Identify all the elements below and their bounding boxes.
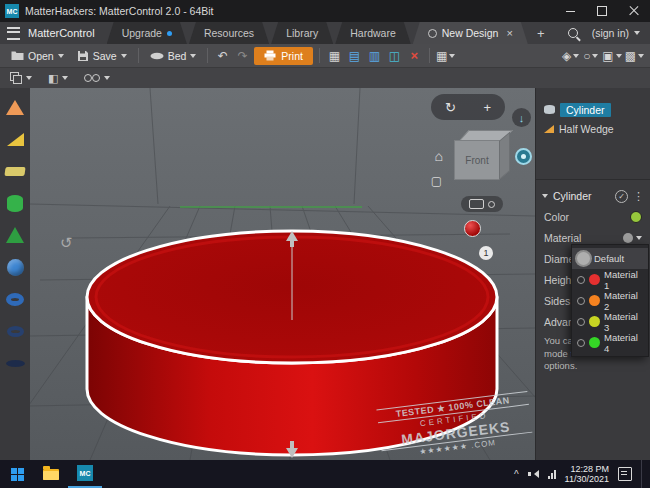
material-option-label: Default: [594, 253, 624, 264]
material-preview-ball[interactable]: [464, 220, 481, 237]
start-button[interactable]: [0, 460, 34, 488]
bed-visibility-toggle[interactable]: [461, 196, 503, 212]
material-popup: Default Material 1 Material 2 Material 3: [571, 244, 649, 357]
primitive-sphere[interactable]: [3, 257, 27, 277]
tray-expand-icon[interactable]: ^: [514, 469, 519, 480]
search-icon[interactable]: [568, 28, 578, 38]
taskbar-clock[interactable]: 12:28 PM 11/30/2021: [565, 464, 609, 485]
chevron-down-icon: [104, 76, 110, 80]
view-cube[interactable]: Front: [453, 128, 509, 182]
open-label: Open: [28, 50, 54, 62]
volume-icon[interactable]: [528, 469, 539, 480]
delete-button[interactable]: ×: [406, 47, 423, 65]
tab-new-design[interactable]: New Design ×: [413, 22, 528, 44]
primitive-base[interactable]: [3, 353, 27, 373]
hatch-icon: ▩: [625, 49, 636, 63]
cube-icon: ◈: [562, 49, 571, 63]
group-icon: ◫: [389, 49, 400, 63]
show-desktop-button[interactable]: [641, 460, 646, 488]
view-cube-right-face[interactable]: [499, 132, 510, 180]
file-explorer-button[interactable]: [34, 460, 68, 488]
material-option-2[interactable]: Material 2: [572, 290, 648, 311]
primitive-cone[interactable]: [3, 225, 27, 245]
open-button[interactable]: Open: [6, 48, 69, 64]
tab-close-icon[interactable]: ×: [506, 28, 512, 39]
sign-in-button[interactable]: (sign in): [592, 27, 640, 39]
material-dropdown[interactable]: [623, 233, 642, 243]
3d-viewport[interactable]: ↺ ↻ + ↓ Front ⌂ ▢ 1 TESTED ★ 100% CLEAN …: [30, 88, 535, 460]
turntable-icon[interactable]: ↻: [445, 100, 456, 115]
maximize-button[interactable]: [586, 0, 618, 22]
undo-button[interactable]: ↶: [214, 47, 231, 65]
folder-icon: [43, 469, 59, 480]
apply-check-icon[interactable]: ✓: [615, 190, 628, 203]
bed-icon: [469, 199, 484, 209]
arrange-dropdown[interactable]: [10, 72, 32, 84]
main-menu-button[interactable]: [0, 27, 26, 40]
align-button[interactable]: ▤: [346, 47, 363, 65]
primitives-dropdown[interactable]: ◈: [562, 47, 579, 65]
print-button[interactable]: Print: [254, 47, 313, 65]
tab-hardware-label: Hardware: [350, 27, 396, 39]
bed-button[interactable]: Bed: [145, 48, 202, 64]
array-button[interactable]: ▦: [326, 47, 343, 65]
material-option-1[interactable]: Material 1: [572, 269, 648, 290]
modifiers-dropdown[interactable]: ○: [582, 47, 599, 65]
clock-time: 12:28 PM: [565, 464, 609, 475]
chevron-down-icon: [190, 54, 196, 58]
tab-resources[interactable]: Resources: [189, 22, 269, 44]
link-dropdown[interactable]: [84, 74, 110, 83]
app-window: MC MatterHackers: MatterControl 2.0 - 64…: [0, 0, 650, 488]
tab-upgrade[interactable]: Upgrade: [107, 22, 187, 44]
primitive-half-wedge[interactable]: [3, 129, 27, 149]
material-option-default[interactable]: Default: [572, 248, 648, 269]
minimize-button[interactable]: [554, 0, 586, 22]
material-option-label: Material 2: [604, 290, 643, 312]
tab-hardware[interactable]: Hardware: [335, 22, 411, 44]
orbit-controls[interactable]: ↻ +: [431, 94, 505, 120]
zoom-in-icon[interactable]: +: [484, 100, 492, 115]
height-label: Height: [544, 274, 574, 286]
color-swatch[interactable]: [630, 211, 642, 223]
download-view-button[interactable]: ↓: [512, 108, 531, 127]
grid-icon: ▦: [436, 49, 447, 63]
view-options-dropdown[interactable]: ▩: [625, 47, 644, 65]
rotate-handle-icon[interactable]: ↺: [60, 234, 73, 252]
layout-dropdown[interactable]: ▦: [436, 47, 455, 65]
toolbar-separator: [319, 48, 320, 63]
close-button[interactable]: [618, 0, 650, 22]
tree-item-cylinder[interactable]: Cylinder: [544, 100, 650, 119]
mattercontrol-taskbar-button[interactable]: MC: [68, 460, 102, 488]
chevron-down-icon: [638, 54, 644, 58]
fullscreen-button[interactable]: ▢: [431, 174, 442, 188]
primitive-torus[interactable]: [3, 289, 27, 309]
primitive-pyramid[interactable]: [3, 97, 27, 117]
hamburger-icon: [7, 27, 20, 40]
network-icon[interactable]: [548, 470, 556, 479]
save-button[interactable]: Save: [72, 48, 132, 64]
visibility-button[interactable]: [515, 148, 532, 165]
distribute-button[interactable]: ▥: [366, 47, 383, 65]
tab-library[interactable]: Library: [271, 22, 333, 44]
primitive-ring[interactable]: [3, 321, 27, 341]
part-icon: [428, 29, 437, 38]
collapse-caret-icon[interactable]: [542, 194, 548, 198]
overflow-menu-icon[interactable]: ⋮: [633, 190, 644, 203]
tree-item-half-wedge[interactable]: Half Wedge: [544, 119, 650, 138]
grid-icon: ▦: [329, 49, 340, 63]
combine-dropdown[interactable]: ◧: [48, 72, 68, 85]
right-panel: Cylinder Half Wedge Cylinder ✓ ⋮ Color M…: [535, 88, 650, 460]
material-option-4[interactable]: Material 4: [572, 332, 648, 353]
print-label: Print: [281, 50, 303, 62]
redo-icon: ↷: [238, 49, 248, 63]
primitive-text[interactable]: [3, 161, 27, 181]
primitive-cylinder[interactable]: [3, 193, 27, 213]
redo-button[interactable]: ↷: [234, 47, 251, 65]
new-tab-button[interactable]: +: [530, 26, 552, 41]
home-view-button[interactable]: ⌂: [435, 148, 443, 164]
tools-dropdown[interactable]: ▣: [602, 47, 621, 65]
material-option-3[interactable]: Material 3: [572, 311, 648, 332]
group-button[interactable]: ◫: [386, 47, 403, 65]
view-cube-front-face[interactable]: Front: [454, 140, 500, 180]
action-center-icon[interactable]: [618, 467, 632, 481]
